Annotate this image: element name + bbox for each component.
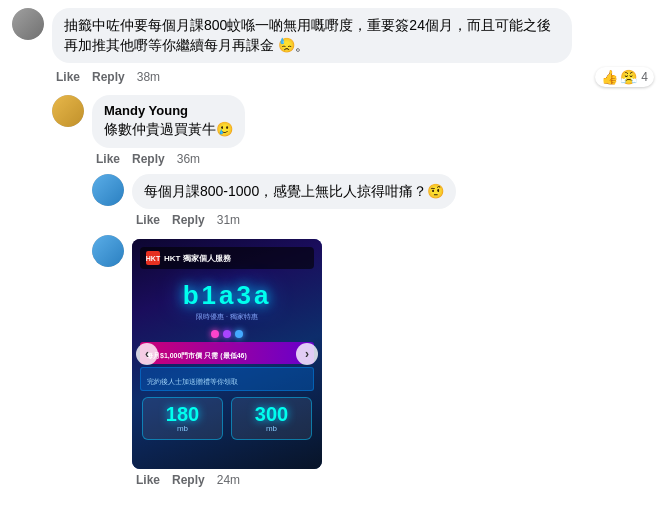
price1-unit: mb — [153, 424, 212, 433]
comment-actions: Like Reply 36m — [96, 152, 654, 166]
avatar — [52, 95, 84, 127]
comment-body: Mandy Young 條數仲貴過買黃牛🥲 Like Reply 36m — [92, 95, 654, 166]
reply-button[interactable]: Reply — [172, 213, 205, 227]
price2-unit: mb — [242, 424, 301, 433]
neon-subtitle: 限時優惠 · 獨家特惠 — [140, 312, 314, 322]
comment-bubble: 抽籤中咗仲要每個月課800蚊喺一啲無用嘅嘢度，重要簽24個月，而且可能之後再加推… — [52, 8, 572, 63]
timestamp: 24m — [217, 473, 240, 487]
like-button[interactable]: Like — [136, 213, 160, 227]
carousel-prev-button[interactable]: ‹ — [136, 343, 158, 365]
neon-title: b1a3a — [140, 281, 314, 310]
replies-level1: Mandy Young 條數仲貴過買黃牛🥲 Like Reply 36m 每個月… — [52, 95, 654, 487]
reply-item: 每個月課800-1000，感覺上無比人掠得咁痛？🤨 Like Reply 31m — [92, 174, 654, 228]
author-name: Mandy Young — [104, 103, 233, 118]
comment-actions: Like Reply 31m — [136, 213, 654, 227]
like-button[interactable]: Like — [136, 473, 160, 487]
like-button[interactable]: Like — [96, 152, 120, 166]
comment-text: 每個月課800-1000，感覺上無比人掠得咁痛？🤨 — [144, 183, 444, 199]
comment-body: 抽籤中咗仲要每個月課800蚊喺一啲無用嘅嘢度，重要簽24個月，而且可能之後再加推… — [52, 8, 654, 87]
angry-emoji: 😤 — [620, 69, 637, 85]
comment-bubble: Mandy Young 條數仲貴過買黃牛🥲 — [92, 95, 245, 148]
reply-button[interactable]: Reply — [132, 152, 165, 166]
price1: 180 — [153, 404, 212, 424]
timestamp: 38m — [137, 70, 160, 84]
like-emoji: 👍 — [601, 69, 618, 85]
reply-item: Mandy Young 條數仲貴過買黃牛🥲 Like Reply 36m — [52, 95, 654, 166]
avatar — [12, 8, 44, 40]
comment-text: 抽籤中咗仲要每個月課800蚊喺一啲無用嘅嘢度，重要簽24個月，而且可能之後再加推… — [64, 17, 551, 53]
comment-body: HKT HKT 獨家個人服務 b1a3a 限時優惠 · 獨家特惠 — [132, 235, 654, 487]
comment-body: 每個月課800-1000，感覺上無比人掠得咁痛？🤨 Like Reply 31m — [132, 174, 654, 228]
banner1-text: 每月$1,000門市價 只需 (最低46) — [146, 352, 247, 359]
timestamp: 36m — [177, 152, 200, 166]
image-carousel: HKT HKT 獨家個人服務 b1a3a 限時優惠 · 獨家特惠 — [132, 239, 322, 469]
comment-thread: 抽籤中咗仲要每個月課800蚊喺一啲無用嘅嘢度，重要簽24個月，而且可能之後再加推… — [0, 0, 666, 503]
carousel-next-button[interactable]: › — [296, 343, 318, 365]
comment-text: 條數仲貴過買黃牛🥲 — [104, 121, 233, 137]
like-button[interactable]: Like — [56, 70, 80, 84]
reply-button[interactable]: Reply — [92, 70, 125, 84]
comment-bubble: 每個月課800-1000，感覺上無比人掠得咁痛？🤨 — [132, 174, 456, 210]
comment-actions: Like Reply 38m 👍 😤 4 — [56, 67, 654, 87]
timestamp: 31m — [217, 213, 240, 227]
banner2-text: 完約後人士加送贈禮等你領取 — [147, 378, 238, 385]
carousel-image: HKT HKT 獨家個人服務 b1a3a 限時優惠 · 獨家特惠 — [132, 239, 322, 469]
reply-with-image: HKT HKT 獨家個人服務 b1a3a 限時優惠 · 獨家特惠 — [92, 235, 654, 487]
hkt-label: HKT 獨家個人服務 — [164, 253, 231, 264]
reaction-count: 4 — [641, 70, 648, 84]
avatar — [92, 174, 124, 206]
reaction-badge: 👍 😤 4 — [595, 67, 654, 87]
comment-actions: Like Reply 24m — [136, 473, 654, 487]
price2: 300 — [242, 404, 301, 424]
avatar — [92, 235, 124, 267]
comment-item: 抽籤中咗仲要每個月課800蚊喺一啲無用嘅嘢度，重要簽24個月，而且可能之後再加推… — [12, 8, 654, 87]
reply-button[interactable]: Reply — [172, 473, 205, 487]
replies-level2: 每個月課800-1000，感覺上無比人掠得咁痛？🤨 Like Reply 31m — [92, 174, 654, 488]
